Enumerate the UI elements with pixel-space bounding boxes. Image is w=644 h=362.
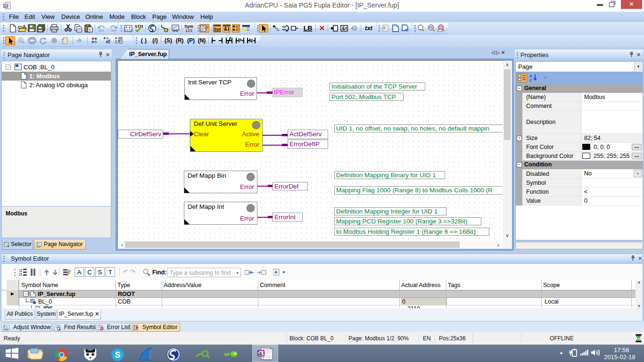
svg-text:N: N (249, 38, 253, 43)
svg-text:P: P (238, 38, 241, 43)
svg-text:&: & (259, 351, 263, 356)
svg-text:Z: Z (529, 78, 532, 82)
svg-text:&: & (342, 26, 345, 31)
svg-text:S: S (115, 350, 121, 360)
svg-text:Sym: Sym (214, 27, 221, 32)
svg-text:A: A (529, 74, 532, 78)
svg-text:123: 123 (185, 28, 192, 33)
svg-text:STH: STH (135, 24, 143, 29)
svg-text:&: & (224, 26, 227, 32)
